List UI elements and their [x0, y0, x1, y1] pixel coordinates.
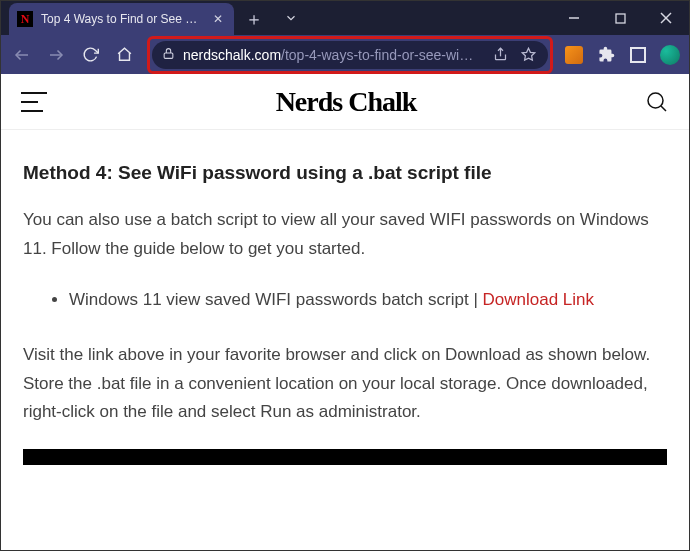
lock-icon[interactable]: [162, 47, 175, 63]
url-path: /top-4-ways-to-find-or-see-wi…: [281, 47, 473, 63]
site-logo[interactable]: Nerds Chalk: [276, 86, 417, 118]
bookmark-star-icon[interactable]: [518, 47, 538, 62]
svg-line-10: [661, 106, 666, 111]
home-button[interactable]: [109, 40, 139, 70]
article-paragraph-1: You can also use a batch script to view …: [23, 206, 667, 264]
embedded-image: [23, 449, 667, 465]
metamask-extension-icon[interactable]: [561, 42, 587, 68]
list-item: Windows 11 view saved WIFI passwords bat…: [69, 286, 667, 315]
menu-icon[interactable]: [21, 92, 47, 112]
list-item-separator: |: [469, 290, 483, 309]
window-controls: [551, 1, 689, 35]
address-bar[interactable]: nerdschalk.com/top-4-ways-to-find-or-see…: [152, 41, 548, 69]
svg-rect-1: [616, 14, 625, 23]
svg-point-9: [648, 93, 663, 108]
list-item-text: Windows 11 view saved WIFI passwords bat…: [69, 290, 469, 309]
extensions-puzzle-icon[interactable]: [593, 42, 619, 68]
tab-favicon: N: [17, 11, 33, 27]
maximize-icon[interactable]: [597, 1, 643, 35]
back-button[interactable]: [7, 40, 37, 70]
new-tab-button[interactable]: ＋: [240, 5, 268, 33]
article-content: Method 4: See WiFi password using a .bat…: [1, 130, 689, 427]
reload-button[interactable]: [75, 40, 105, 70]
close-icon[interactable]: ✕: [210, 12, 226, 26]
profile-avatar-icon[interactable]: [657, 42, 683, 68]
browser-titlebar: N Top 4 Ways to Find or See WiFi P ✕ ＋: [1, 1, 689, 35]
address-bar-highlight: nerdschalk.com/top-4-ways-to-find-or-see…: [147, 36, 553, 74]
svg-rect-6: [164, 52, 173, 57]
browser-toolbar: nerdschalk.com/top-4-ways-to-find-or-see…: [1, 35, 689, 74]
minimize-icon[interactable]: [551, 1, 597, 35]
url-text: nerdschalk.com/top-4-ways-to-find-or-see…: [183, 47, 482, 63]
share-icon[interactable]: [490, 47, 510, 62]
search-icon[interactable]: [645, 90, 669, 114]
close-window-icon[interactable]: [643, 1, 689, 35]
download-link[interactable]: Download Link: [483, 290, 595, 309]
forward-button[interactable]: [41, 40, 71, 70]
browser-tab[interactable]: N Top 4 Ways to Find or See WiFi P ✕: [9, 3, 234, 35]
svg-marker-8: [522, 48, 535, 60]
site-header: Nerds Chalk: [1, 74, 689, 130]
url-domain: nerdschalk.com: [183, 47, 281, 63]
tab-title: Top 4 Ways to Find or See WiFi P: [41, 12, 202, 26]
method-heading: Method 4: See WiFi password using a .bat…: [23, 162, 667, 184]
article-paragraph-2: Visit the link above in your favorite br…: [23, 341, 667, 428]
article-list: Windows 11 view saved WIFI passwords bat…: [23, 286, 667, 315]
extension-icons: [561, 42, 683, 68]
reader-extension-icon[interactable]: [625, 42, 651, 68]
tabs-dropdown-icon[interactable]: [268, 1, 314, 35]
